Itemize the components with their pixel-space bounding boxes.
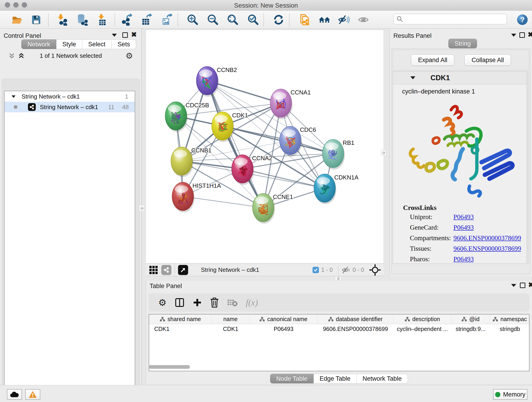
zoom-out-icon[interactable]	[207, 14, 219, 26]
results-scrollbar[interactable]	[526, 71, 529, 264]
network-node-ccne1[interactable]: CCNE1	[253, 193, 293, 224]
network-node-cdc6[interactable]: CDC6	[279, 126, 316, 157]
crosslink-value-link[interactable]: P06493	[453, 224, 474, 231]
node-label: CCNA2	[252, 155, 272, 162]
right-splitter-handle[interactable]	[381, 150, 386, 156]
panel-close-icon[interactable]: ✖	[131, 32, 137, 37]
hide-eye-icon[interactable]	[338, 14, 350, 26]
column-header-shared-name[interactable]: shared name	[149, 314, 212, 324]
search-box[interactable]	[394, 14, 507, 24]
results-content-box: Expand All Collapse All CDK1 cyclin–depe…	[392, 49, 530, 274]
network-node-cdkn1a[interactable]: CDKN1A	[314, 174, 359, 204]
crosslink-value-link[interactable]: 9606.ENSP00000378699	[453, 245, 521, 252]
tab-edge-table[interactable]: Edge Table	[314, 374, 357, 383]
network-edge[interactable]	[183, 196, 263, 208]
tab-network[interactable]: Network	[21, 39, 56, 49]
gene-entry-header[interactable]: CDK1	[393, 71, 529, 84]
save-icon[interactable]	[30, 14, 42, 26]
import-network-icon[interactable]	[57, 14, 69, 26]
crosslinks-title: CrossLinks	[403, 204, 529, 211]
refresh-icon[interactable]	[273, 14, 285, 26]
row-expand-icon[interactable]	[12, 95, 16, 98]
network-node-hist1h1a[interactable]: HIST1H1A	[172, 182, 221, 212]
search-input[interactable]	[403, 16, 501, 22]
network-node-ccnb1[interactable]: CCNB1	[171, 147, 211, 177]
table-cell: CDK1	[149, 324, 212, 334]
zoom-selected-icon[interactable]	[247, 14, 259, 26]
help-icon[interactable]: ?	[516, 14, 528, 26]
panel-close-icon[interactable]: ✖	[528, 282, 532, 288]
panel-collapse-icon[interactable]	[112, 34, 117, 37]
network-list-row[interactable]: String Network – cdk11148	[5, 102, 135, 112]
gear-icon[interactable]: ⚙	[126, 51, 133, 61]
crosslink-value-link[interactable]: P06493	[453, 255, 474, 263]
share-document-icon[interactable]	[299, 14, 311, 26]
toolbar-separator	[289, 13, 290, 26]
network-edge[interactable]	[222, 126, 333, 153]
delete-icon[interactable]	[210, 298, 219, 307]
column-header-description[interactable]: description	[393, 314, 451, 324]
entry-collapse-icon[interactable]	[410, 76, 415, 79]
warning-button[interactable]	[25, 389, 40, 400]
bottom-splitter-handle[interactable]	[335, 276, 341, 280]
crosslink-value-link[interactable]: P06493	[453, 213, 474, 221]
gear-icon[interactable]: ⚙	[158, 297, 167, 308]
left-splitter-handle[interactable]	[139, 205, 145, 211]
memory-button[interactable]: Memory	[493, 389, 527, 400]
column-header-database-identifier[interactable]: database identifier	[317, 314, 393, 324]
tab-style[interactable]: Style	[56, 39, 82, 49]
network-node-ccnb2[interactable]: CCNB2	[196, 66, 237, 97]
gene-entry: CDK1 cyclin–dependent kinase 1	[393, 71, 529, 264]
open-folder-icon[interactable]	[11, 14, 23, 26]
svg-text:?: ?	[520, 16, 525, 24]
table-row[interactable]: CDK1CDK1P064939606.ENSP00000378699cyclin…	[149, 324, 529, 334]
tab-network-table[interactable]: Network Table	[357, 374, 408, 383]
network-node-ccna2[interactable]: CCNA2	[232, 155, 272, 185]
tab-select[interactable]: Select	[82, 39, 112, 49]
crosslink-label: Compartments:	[410, 234, 453, 242]
import-database-icon[interactable]	[76, 14, 88, 26]
crosslink-value-link[interactable]: 9606.ENSP00000378699	[453, 234, 521, 242]
column-header-canonical-name[interactable]: canonical name	[249, 314, 317, 324]
network-list-row[interactable]: String Network – cdk11	[5, 91, 135, 102]
column-header-namespac[interactable]: namespac	[490, 314, 530, 324]
homes-icon[interactable]	[318, 14, 330, 26]
grid-view-icon[interactable]	[149, 266, 158, 274]
export-table-icon[interactable]	[140, 14, 152, 26]
panel-close-icon[interactable]: ✖	[528, 32, 532, 37]
tab-sets[interactable]: Sets	[112, 39, 136, 49]
network-node-ccna1[interactable]: CCNA1	[270, 89, 311, 119]
panel-float-icon[interactable]	[520, 283, 525, 288]
import-table-icon[interactable]	[96, 14, 108, 26]
panel-float-icon[interactable]	[122, 32, 128, 38]
panel-collapse-icon[interactable]	[511, 34, 516, 37]
function-builder-icon[interactable]: f(x)	[246, 298, 258, 307]
expand-all-button[interactable]: Expand All	[411, 55, 455, 66]
collapse-all-button[interactable]: Collapse All	[464, 55, 511, 66]
title-bar: Session: New Session	[0, 0, 532, 11]
tab-node-table[interactable]: Node Table	[270, 374, 314, 383]
delete-table-icon[interactable]	[227, 298, 238, 307]
cloud-button[interactable]	[7, 389, 22, 400]
column-header--id[interactable]: @id	[451, 314, 490, 324]
tab-string[interactable]: String	[448, 39, 477, 48]
show-eye-icon[interactable]	[357, 14, 369, 26]
network-canvas[interactable]: CCNB2CCNA1CDC25BCDK1CDC6RB1CCNB1CCNA2CDK…	[146, 30, 384, 264]
add-icon[interactable]	[193, 298, 202, 307]
zoom-fit-icon[interactable]	[227, 14, 239, 26]
fit-selected-crosshair-icon[interactable]	[369, 264, 381, 276]
birds-eye-view-icon[interactable]	[178, 265, 188, 275]
panel-collapse-icon[interactable]	[511, 284, 516, 287]
selected-checkbox-icon[interactable]	[312, 267, 319, 273]
zoom-in-icon[interactable]	[187, 14, 199, 26]
network-node-rb1[interactable]: RB1	[322, 139, 355, 170]
crosslinks-list: Uniprot:P06493GeneCard:P06493Compartment…	[403, 211, 529, 264]
node-label: CDK1	[232, 112, 248, 119]
columns-icon[interactable]	[175, 298, 184, 307]
column-header-name[interactable]: name	[212, 314, 249, 324]
share-network-icon[interactable]	[161, 265, 171, 275]
export-image-icon[interactable]	[161, 14, 173, 26]
table-horizontal-scrollbar[interactable]	[149, 365, 190, 369]
export-network-icon[interactable]	[121, 14, 133, 26]
panel-float-icon[interactable]	[519, 32, 525, 38]
